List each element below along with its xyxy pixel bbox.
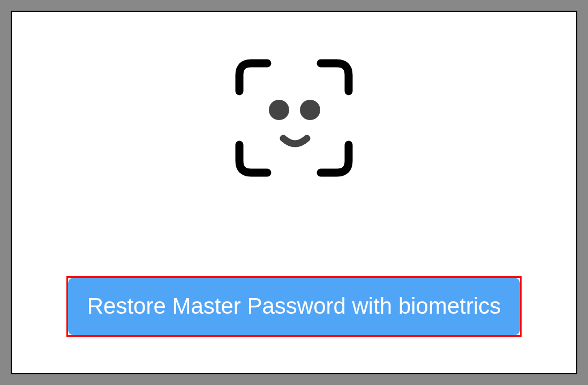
- face-id-icon: [224, 48, 364, 188]
- biometric-restore-panel: Restore Master Password with biometrics: [11, 11, 577, 374]
- highlighted-button-container: Restore Master Password with biometrics: [66, 276, 522, 337]
- svg-point-0: [269, 100, 289, 120]
- svg-point-1: [300, 100, 320, 120]
- restore-master-password-button[interactable]: Restore Master Password with biometrics: [68, 278, 520, 335]
